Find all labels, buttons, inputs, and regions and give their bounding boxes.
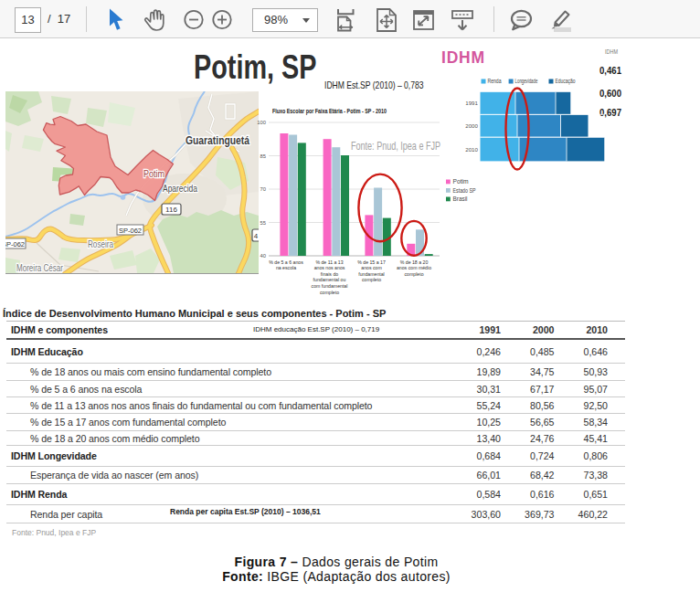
svg-text:com fundamental: com fundamental [312,283,348,289]
svg-text:anos com: anos com [361,265,382,270]
svg-text:SP-062: SP-062 [2,240,25,248]
svg-text:Fluxo Escolar por Faixa Etária: Fluxo Escolar por Faixa Etária - Potim -… [272,108,387,115]
svg-text:Estado SP: Estado SP [453,187,476,194]
svg-text:100: 100 [257,120,266,125]
svg-text:IDHM: IDHM [605,48,618,55]
svg-text:Guaratinguetá: Guaratinguetá [186,133,250,147]
svg-text:Longevidade: Longevidade [515,78,538,85]
svg-text:Potim: Potim [143,168,164,179]
svg-text:40: 40 [260,253,266,259]
svg-text:0,600: 0,600 [599,88,621,99]
svg-text:Fonte: Pnud, Ipea e FJP: Fonte: Pnud, Ipea e FJP [351,139,440,153]
svg-text:completo: completo [320,290,339,295]
svg-text:anos com médio: anos com médio [397,265,431,270]
svg-text:85: 85 [260,153,266,159]
svg-text:completo: completo [362,277,381,282]
svg-text:Brasil: Brasil [453,196,468,202]
svg-text:70: 70 [260,186,266,192]
svg-text:Aparecida: Aparecida [163,183,197,194]
svg-text:% de 18 a 20: % de 18 a 20 [400,259,429,265]
svg-text:Roseira: Roseira [88,239,113,249]
svg-text:fundamental ou: fundamental ou [313,277,346,282]
svg-text:4: 4 [254,232,259,240]
svg-text:na escola: na escola [276,265,296,270]
svg-text:2010: 2010 [465,146,478,153]
svg-text:Potim: Potim [453,178,469,185]
svg-text:finais do: finais do [321,271,338,277]
svg-text:2000: 2000 [465,122,478,129]
svg-text:% de 5 a 6 anos: % de 5 a 6 anos [269,259,303,265]
svg-text:0,461: 0,461 [599,65,622,76]
svg-text:Moreira César: Moreira César [16,263,64,273]
svg-text:fundamental: fundamental [358,271,385,277]
svg-text:SP-062: SP-062 [119,227,142,235]
svg-text:Renda: Renda [488,78,502,84]
svg-text:% de 11 a 13: % de 11 a 13 [315,259,343,265]
svg-text:116: 116 [165,206,177,214]
svg-text:Educação: Educação [556,78,576,85]
svg-text:completo: completo [404,271,423,277]
svg-text:55: 55 [260,220,266,226]
svg-text:anos nos anos: anos nos anos [314,265,345,270]
svg-text:% de 15 a 17: % de 15 a 17 [357,259,386,265]
svg-text:1991: 1991 [465,100,478,106]
svg-text:0,697: 0,697 [599,107,621,118]
